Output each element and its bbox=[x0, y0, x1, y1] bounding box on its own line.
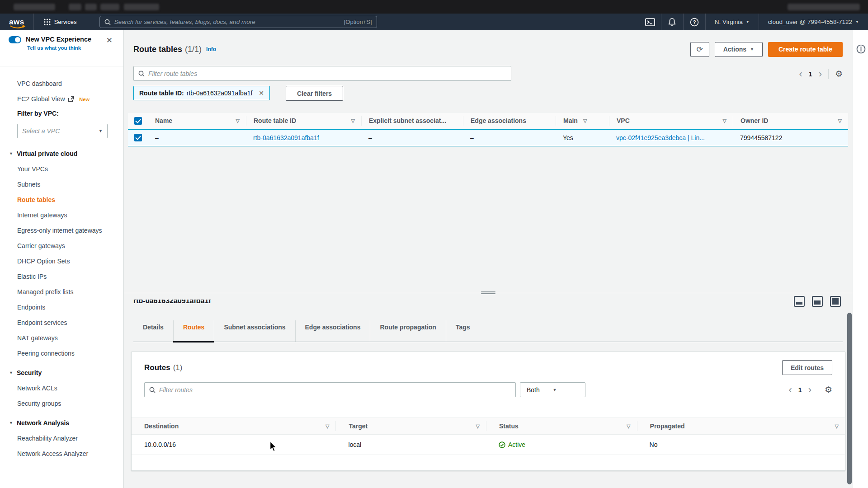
section-security[interactable]: ▼ Security bbox=[9, 369, 123, 376]
region-selector[interactable]: N. Virginia ▼ bbox=[706, 14, 759, 30]
status-label: Active bbox=[508, 441, 525, 448]
help-button[interactable]: ? bbox=[684, 14, 705, 30]
sidebar-item-network-access-analyzer[interactable]: Network Access Analyzer bbox=[17, 450, 106, 458]
route-tables-search[interactable] bbox=[133, 66, 511, 81]
search-icon bbox=[104, 19, 111, 25]
next-page-button[interactable]: › bbox=[808, 385, 811, 394]
create-route-table-button[interactable]: Create route table bbox=[768, 42, 843, 57]
previous-page-button[interactable]: ‹ bbox=[799, 70, 802, 79]
actions-button[interactable]: Actions ▼ bbox=[715, 42, 763, 57]
vertical-scrollbar[interactable] bbox=[847, 313, 852, 484]
notifications-button[interactable] bbox=[661, 14, 683, 30]
info-link[interactable]: Info bbox=[206, 46, 216, 52]
sidebar-item-route-tables[interactable]: Route tables bbox=[17, 196, 106, 204]
settings-gear-icon[interactable]: ⚙ bbox=[825, 385, 832, 395]
sidebar-item-endpoint-services[interactable]: Endpoint services bbox=[17, 319, 106, 327]
filter-icon[interactable]: ▽ bbox=[351, 118, 355, 124]
route-row[interactable]: 10.0.0.0/16 local Active No bbox=[132, 435, 845, 455]
sidebar-item-nat-gateways[interactable]: NAT gateways bbox=[17, 334, 106, 342]
page-number[interactable]: 1 bbox=[798, 386, 802, 394]
help-rail bbox=[853, 30, 868, 488]
filter-icon[interactable]: ▽ bbox=[835, 423, 839, 429]
new-experience-title: New VPC Experience bbox=[26, 36, 91, 43]
services-menu-button[interactable]: Services bbox=[34, 14, 87, 30]
caret-down-icon: ▼ bbox=[746, 20, 750, 24]
services-grid-icon bbox=[44, 19, 51, 25]
main-content: Route tables (1/1) Info ⟳ Actions ▼ Crea… bbox=[124, 30, 853, 488]
blurred-tab bbox=[14, 4, 55, 10]
caret-down-icon: ▼ bbox=[750, 47, 754, 52]
routes-scope-select[interactable]: Both ▼ bbox=[520, 382, 585, 397]
global-search-input[interactable] bbox=[114, 19, 340, 25]
routes-card: Routes (1) Edit routes Both ▼ bbox=[131, 352, 845, 471]
vpc-filter-select[interactable]: Select a VPC ▼ bbox=[17, 124, 108, 138]
previous-page-button[interactable]: ‹ bbox=[789, 385, 792, 394]
edit-routes-button[interactable]: Edit routes bbox=[782, 360, 832, 375]
tab-details[interactable]: Details bbox=[133, 320, 173, 342]
column-header-vpc: VPC bbox=[617, 117, 630, 124]
sidebar-item-subnets[interactable]: Subnets bbox=[17, 181, 106, 188]
page-number[interactable]: 1 bbox=[809, 70, 812, 78]
filter-icon[interactable]: ▽ bbox=[583, 118, 587, 124]
tab-routes[interactable]: Routes bbox=[173, 320, 214, 342]
vpc-link[interactable]: vpc-02f41e925ea3debca | Lin... bbox=[616, 134, 705, 141]
row-checkbox[interactable] bbox=[134, 134, 142, 141]
column-header-status: Status bbox=[499, 422, 519, 430]
close-icon[interactable]: ✕ bbox=[106, 36, 113, 45]
route-table-id-link[interactable]: rtb-0a61632a091afba1f bbox=[253, 134, 319, 141]
account-menu[interactable]: cloud_user @ 7994-4558-7122 ▼ bbox=[759, 14, 868, 30]
sidebar-item-ec2-global-view[interactable]: EC2 Global View New bbox=[17, 95, 106, 103]
bell-icon bbox=[668, 18, 676, 27]
filter-icon[interactable]: ▽ bbox=[723, 118, 726, 124]
sidebar-item-egress-only-internet-gateways[interactable]: Egress-only internet gateways bbox=[17, 227, 106, 235]
create-label: Create route table bbox=[778, 46, 832, 53]
sidebar-item-security-groups[interactable]: Security groups bbox=[17, 400, 106, 408]
aws-logo[interactable]: aws bbox=[9, 19, 24, 25]
sidebar-item-vpc-dashboard[interactable]: VPC dashboard bbox=[17, 80, 106, 88]
filter-icon[interactable]: ▽ bbox=[476, 423, 480, 429]
routes-search[interactable] bbox=[144, 382, 516, 397]
sidebar-item-your-vpcs[interactable]: Your VPCs bbox=[17, 165, 106, 173]
section-virtual-private-cloud[interactable]: ▼ Virtual private cloud bbox=[9, 150, 123, 157]
filter-icon[interactable]: ▽ bbox=[236, 118, 240, 124]
sidebar-item-carrier-gateways[interactable]: Carrier gateways bbox=[17, 242, 106, 250]
caret-down-icon: ▼ bbox=[9, 421, 13, 425]
global-search[interactable]: [Option+S] bbox=[99, 16, 377, 28]
new-experience-toggle[interactable] bbox=[9, 36, 21, 43]
vpc-sidebar: New VPC Experience Tell us what you thin… bbox=[0, 30, 124, 488]
tab-route-propagation[interactable]: Route propagation bbox=[370, 320, 445, 342]
route-table-row-selected[interactable]: – rtb-0a61632a091afba1f – – Yes vpc-02f4… bbox=[128, 129, 848, 146]
info-panel-button[interactable] bbox=[856, 44, 866, 56]
remove-filter-icon[interactable]: ✕ bbox=[259, 89, 264, 97]
tab-subnet-associations[interactable]: Subnet associations bbox=[214, 320, 295, 342]
filter-icon[interactable]: ▽ bbox=[627, 423, 630, 429]
sidebar-item-endpoints[interactable]: Endpoints bbox=[17, 304, 106, 311]
cloudshell-button[interactable] bbox=[639, 14, 661, 30]
tab-edge-associations[interactable]: Edge associations bbox=[295, 320, 370, 342]
sidebar-item-reachability-analyzer[interactable]: Reachability Analyzer bbox=[17, 435, 106, 442]
help-icon: ? bbox=[690, 18, 699, 27]
clear-filters-button[interactable]: Clear filters bbox=[286, 86, 343, 101]
tab-tags[interactable]: Tags bbox=[446, 320, 480, 342]
select-all-checkbox[interactable] bbox=[134, 117, 142, 125]
routes-filter-input[interactable] bbox=[159, 386, 511, 394]
feedback-link[interactable]: Tell us what you think bbox=[27, 45, 81, 51]
search-icon bbox=[149, 387, 156, 393]
sidebar-item-internet-gateways[interactable]: Internet gateways bbox=[17, 211, 106, 219]
settings-gear-icon[interactable]: ⚙ bbox=[835, 69, 843, 79]
filter-icon[interactable]: ▽ bbox=[326, 423, 329, 429]
routes-count: (1) bbox=[173, 363, 183, 372]
column-header-owner-id: Owner ID bbox=[741, 117, 768, 124]
filter-icon[interactable]: ▽ bbox=[838, 118, 842, 124]
route-tables-filter-input[interactable] bbox=[148, 70, 506, 77]
sidebar-item-elastic-ips[interactable]: Elastic IPs bbox=[17, 273, 106, 281]
sidebar-item-managed-prefix-lists[interactable]: Managed prefix lists bbox=[17, 288, 106, 296]
status-badge: Active bbox=[499, 441, 525, 448]
sidebar-item-peering-connections[interactable]: Peering connections bbox=[17, 350, 106, 357]
sidebar-item-dhcp-option-sets[interactable]: DHCP Option Sets bbox=[17, 258, 106, 265]
next-page-button[interactable]: › bbox=[819, 70, 822, 79]
refresh-button[interactable]: ⟳ bbox=[690, 42, 709, 57]
filter-chip-route-table-id: Route table ID: rtb-0a61632a091afba1f ✕ bbox=[133, 86, 270, 100]
sidebar-item-network-acls[interactable]: Network ACLs bbox=[17, 385, 106, 392]
section-network-analysis[interactable]: ▼ Network Analysis bbox=[9, 419, 123, 427]
